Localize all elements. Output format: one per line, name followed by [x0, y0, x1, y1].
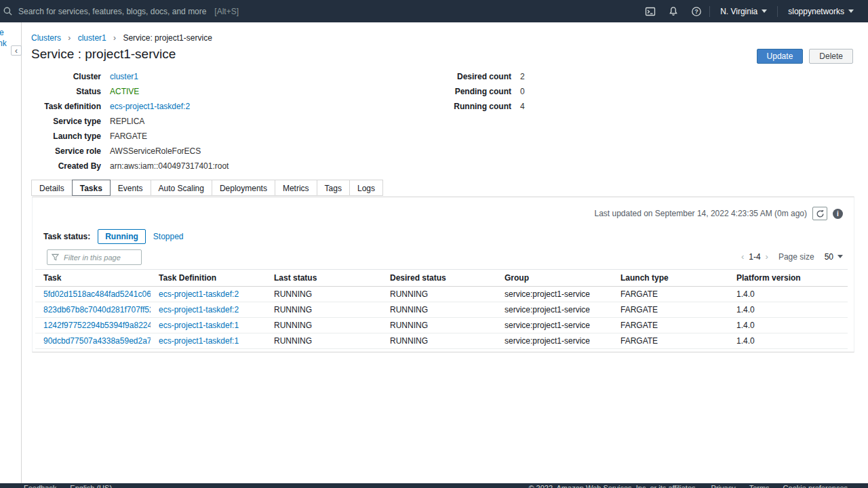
column-header-launch-type: Launch type — [612, 270, 728, 287]
chevron-down-icon — [837, 255, 843, 258]
table-row: 5fd02d1518ac484fad5241c060351... ecs-pro… — [35, 287, 848, 302]
group-value: service:project1-service — [496, 302, 612, 318]
task-definition-link[interactable]: ecs-project1-taskdef:2 — [159, 305, 239, 314]
platform-version-value: 1.4.0 — [728, 302, 848, 318]
cluster-link[interactable]: cluster1 — [110, 72, 138, 81]
cloudshell-icon[interactable] — [639, 0, 662, 22]
sidebar-collapse-button[interactable]: ‹ — [11, 45, 22, 56]
chevron-down-icon — [848, 9, 854, 13]
global-search-input[interactable]: Search for services, features, blogs, do… — [0, 0, 244, 22]
page-range: 1-4 — [749, 252, 760, 262]
running-filter-button[interactable]: Running — [98, 229, 146, 244]
table-filter[interactable] — [47, 249, 142, 265]
group-value: service:project1-service — [496, 318, 612, 333]
task-definition-link[interactable]: ecs-project1-taskdef:1 — [159, 321, 239, 330]
cookie-preferences-link[interactable]: Cookie preferences — [783, 484, 848, 488]
tab-logs[interactable]: Logs — [349, 180, 383, 196]
detail-value: AWSServiceRoleForECS — [110, 146, 201, 156]
detail-label: Desired count — [436, 72, 511, 81]
column-header-desired-status: Desired status — [382, 270, 496, 287]
pagination: ‹ 1-4 › Page size 50 — [741, 251, 843, 262]
info-icon[interactable]: i — [833, 209, 843, 219]
column-header-last-status: Last status — [266, 270, 382, 287]
task-id-link[interactable]: 5fd02d1518ac484fad5241c060351... — [43, 289, 151, 299]
detail-label: Task definition — [22, 102, 101, 111]
sidebar-link-fragment[interactable]: e — [0, 28, 4, 37]
tab-events[interactable]: Events — [110, 180, 151, 196]
tab-tasks[interactable]: Tasks — [72, 180, 111, 196]
notifications-bell-icon[interactable] — [662, 0, 685, 22]
tab-details[interactable]: Details — [31, 180, 73, 196]
region-selector[interactable]: N. Virginia — [711, 0, 776, 22]
desired-status-value: RUNNING — [382, 318, 496, 333]
detail-row: Service role AWSServiceRoleForECS — [22, 144, 229, 159]
last-status-value: RUNNING — [266, 333, 382, 349]
column-header-task: Task — [35, 270, 151, 287]
task-status-label: Task status: — [43, 232, 90, 241]
last-status-value: RUNNING — [266, 302, 382, 318]
terms-link[interactable]: Terms — [749, 484, 770, 488]
topbar-divider — [777, 6, 778, 17]
desired-status-value: RUNNING — [382, 302, 496, 318]
pending-count-value: 0 — [520, 87, 525, 96]
refresh-icon — [816, 209, 825, 218]
last-status-value: RUNNING — [266, 287, 382, 302]
filter-input[interactable] — [62, 253, 137, 262]
help-icon[interactable]: ? — [685, 0, 708, 22]
page-size-label: Page size — [778, 252, 814, 262]
table-header-row: Task Task Definition Last status Desired… — [35, 270, 848, 287]
tab-auto-scaling[interactable]: Auto Scaling — [151, 180, 212, 196]
stopped-filter-button[interactable]: Stopped — [153, 232, 184, 241]
column-header-task-definition: Task Definition — [151, 270, 266, 287]
task-id-link[interactable]: 1242f97752294b5394f9a82247eb1... — [43, 321, 151, 330]
desired-status-value: RUNNING — [382, 333, 496, 349]
task-definition-link[interactable]: ecs-project1-taskdef:2 — [159, 289, 239, 299]
previous-page-icon[interactable]: ‹ — [741, 251, 744, 262]
account-label: sloppynetworks — [788, 7, 844, 16]
top-navigation-bar: Search for services, features, blogs, do… — [0, 0, 868, 22]
account-menu[interactable]: sloppynetworks — [779, 0, 863, 22]
delete-button[interactable]: Delete — [809, 49, 853, 64]
detail-label: Cluster — [22, 72, 101, 81]
tab-tags[interactable]: Tags — [317, 180, 350, 196]
table-row: 90dcbd77507a4338a59ed2a7d893... ecs-proj… — [35, 333, 848, 349]
service-tabs: Details Tasks Events Auto Scaling Deploy… — [31, 180, 382, 196]
refresh-button[interactable] — [812, 207, 827, 220]
tab-metrics[interactable]: Metrics — [275, 180, 317, 196]
column-header-group: Group — [496, 270, 612, 287]
task-definition-link[interactable]: ecs-project1-taskdef:1 — [159, 336, 239, 346]
group-value: service:project1-service — [496, 333, 612, 349]
page-size-select[interactable]: 50 — [825, 252, 843, 262]
breadcrumb-cluster1[interactable]: cluster1 — [78, 33, 106, 43]
privacy-link[interactable]: Privacy — [711, 484, 736, 488]
console-footer: Feedback English (US) © 2022, Amazon Web… — [0, 483, 868, 488]
topbar-divider — [709, 6, 710, 17]
group-value: service:project1-service — [496, 287, 612, 302]
breadcrumb-separator: › — [68, 33, 71, 43]
task-id-link[interactable]: 823db67b8c7040d281f707ff529ae... — [43, 305, 151, 314]
content-area: Clusters › cluster1 › Service: project1-… — [22, 22, 868, 483]
next-page-icon[interactable]: › — [766, 251, 768, 262]
feedback-link[interactable]: Feedback — [24, 484, 56, 488]
launch-type-value: FARGATE — [612, 287, 728, 302]
last-updated-row: Last updated on September 14, 2022 4:23:… — [594, 207, 843, 220]
language-selector[interactable]: English (US) — [70, 484, 112, 488]
search-shortcut-hint: [Alt+S] — [214, 7, 239, 16]
collapsed-sidebar: e nk ‹ — [0, 22, 22, 483]
svg-text:?: ? — [694, 8, 698, 15]
status-badge: ACTIVE — [110, 87, 139, 96]
platform-version-value: 1.4.0 — [728, 287, 848, 302]
breadcrumb-clusters[interactable]: Clusters — [31, 33, 61, 43]
page-size-value: 50 — [825, 252, 833, 262]
running-count-value: 4 — [520, 102, 525, 111]
page-title: Service : project1-service — [31, 47, 176, 62]
task-definition-link[interactable]: ecs-project1-taskdef:2 — [110, 102, 190, 111]
detail-row: Pending count 0 — [436, 84, 525, 99]
tab-deployments[interactable]: Deployments — [212, 180, 275, 196]
last-status-value: RUNNING — [266, 318, 382, 333]
detail-label: Created By — [22, 161, 101, 171]
task-id-link[interactable]: 90dcbd77507a4338a59ed2a7d893... — [43, 336, 151, 346]
sidebar-link-fragment[interactable]: nk — [0, 39, 7, 48]
update-button[interactable]: Update — [757, 49, 804, 64]
breadcrumb-separator: › — [113, 33, 116, 43]
